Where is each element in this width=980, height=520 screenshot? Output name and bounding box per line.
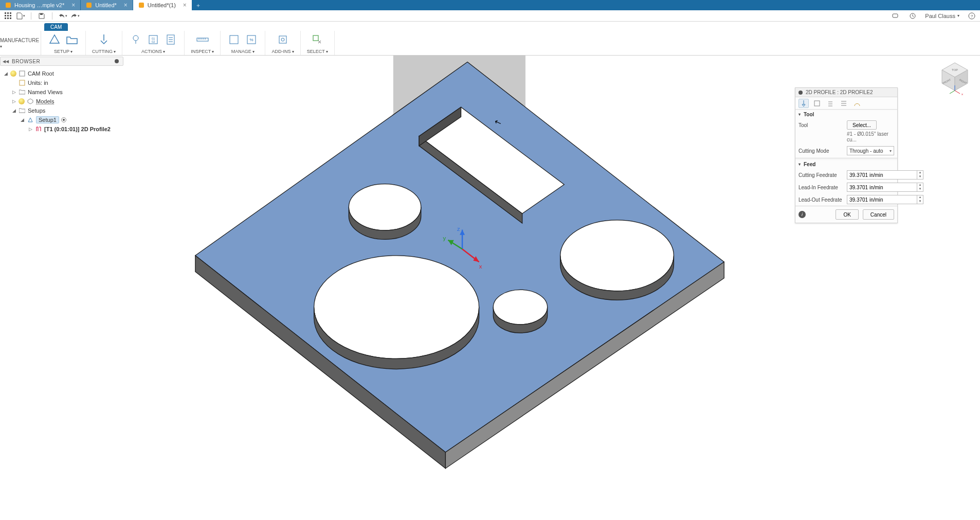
spinner[interactable]: ▲▼	[917, 183, 923, 192]
hole-large[interactable]	[314, 256, 479, 369]
tab-tool-icon[interactable]	[798, 99, 809, 108]
tool-library-icon[interactable]	[227, 33, 241, 46]
file-menu-icon[interactable]: ▾	[15, 11, 26, 21]
cutting-feedrate-input[interactable]	[847, 170, 917, 180]
section-tool-header[interactable]: Tool	[795, 110, 897, 119]
ok-button[interactable]: OK	[836, 209, 858, 220]
ribbon-label[interactable]: ACTIONS	[141, 49, 165, 54]
close-icon[interactable]: ×	[124, 2, 128, 9]
tab-passes-icon[interactable]	[839, 99, 849, 108]
tree-item-units[interactable]: Units: in	[28, 80, 48, 86]
ribbon-label[interactable]: INSPECT	[191, 49, 214, 54]
ribbon-group-cutting: CUTTING	[86, 31, 122, 55]
workspace-tab-cam[interactable]: CAM	[44, 23, 68, 31]
leadout-feedrate-input[interactable]	[847, 195, 917, 204]
redo-icon[interactable]: ▾	[70, 11, 80, 21]
undo-icon[interactable]: ▾	[58, 11, 68, 21]
task-manager-icon[interactable]: %	[244, 33, 259, 46]
dialog-footer: i OK Cancel	[795, 206, 897, 223]
browser-tree: ◢ CAM Root Units: in ▷ Named Views ▷ Mod…	[0, 66, 123, 137]
ribbon-label[interactable]: SETUP	[54, 49, 72, 54]
tree-twisty[interactable]: ▷	[28, 127, 33, 132]
tree-twisty[interactable]: ▷	[11, 99, 16, 104]
tool-description: #1 - Ø0.015" laser cu...	[795, 131, 897, 145]
hole-right[interactable]	[560, 220, 674, 300]
measure-icon[interactable]	[195, 33, 210, 46]
svg-rect-33	[279, 36, 286, 43]
save-icon[interactable]	[37, 11, 47, 21]
component-icon	[19, 70, 26, 77]
collapse-icon[interactable]: ◀◀	[3, 59, 9, 64]
close-icon[interactable]: ×	[183, 2, 187, 9]
help-icon[interactable]: ?	[967, 11, 977, 21]
info-icon[interactable]: i	[798, 211, 806, 218]
select-icon[interactable]	[310, 33, 324, 46]
tree-item-setups[interactable]: Setups	[28, 107, 45, 114]
tree-twisty[interactable]: ▷	[11, 89, 16, 95]
cutting-icon[interactable]	[97, 33, 111, 46]
folder-icon[interactable]	[65, 33, 79, 46]
svg-rect-25	[197, 38, 208, 41]
ribbon-label[interactable]: ADD-INS	[271, 49, 294, 54]
tab-linking-icon[interactable]	[852, 99, 862, 108]
svg-text:?: ?	[971, 14, 973, 19]
document-tab[interactable]: Untitled* ×	[81, 0, 133, 10]
add-tab-button[interactable]: ＋	[192, 0, 205, 10]
cutting-mode-dropdown[interactable]: Through - auto	[847, 146, 894, 155]
ribbon-label[interactable]: MANAGE	[231, 49, 255, 54]
svg-rect-11	[10, 17, 11, 19]
user-menu[interactable]: Paul Clauss ▾	[925, 13, 959, 19]
tree-item-root[interactable]: CAM Root	[28, 70, 54, 77]
spinner[interactable]: ▲▼	[917, 170, 923, 180]
tree-twisty[interactable]: ◢	[20, 117, 25, 122]
generate-icon[interactable]	[129, 33, 143, 46]
tab-heights-icon[interactable]	[825, 99, 836, 108]
viewcube[interactable]: TOP FRONT RIGHT x	[937, 60, 973, 96]
nc-code-icon[interactable]: G1G2	[146, 33, 160, 46]
select-tool-button[interactable]: Select...	[847, 120, 877, 130]
active-setup-icon[interactable]	[61, 117, 66, 122]
divider	[795, 158, 897, 158]
new-setup-icon[interactable]	[47, 33, 62, 46]
tree-twisty[interactable]: ◢	[3, 71, 8, 76]
pin-icon[interactable]	[115, 59, 119, 63]
job-status-icon[interactable]	[908, 11, 918, 21]
leadin-feedrate-input[interactable]	[847, 183, 917, 192]
hole-top-left[interactable]	[349, 184, 421, 240]
tree-twisty[interactable]: ◢	[11, 108, 16, 113]
quick-access-toolbar: ▾ ▾ ▾ Paul Clauss ▾ ?	[0, 10, 980, 22]
visibility-bulb-icon[interactable]	[10, 70, 16, 77]
ribbon-group-actions: G1G2 ACTIONS	[122, 31, 185, 55]
workspace-selector-label: MANUFACTURE	[0, 38, 41, 49]
visibility-bulb-icon[interactable]	[19, 98, 25, 104]
tree-item-named-views[interactable]: Named Views	[28, 89, 63, 95]
tree-item-setup1[interactable]: Setup1	[36, 116, 59, 123]
svg-rect-12	[40, 13, 43, 15]
chevron-down-icon: ▾	[957, 13, 959, 18]
ribbon-label[interactable]: CUTTING	[92, 49, 116, 54]
svg-rect-7	[7, 15, 9, 16]
addins-icon[interactable]	[276, 33, 290, 46]
document-tab-active[interactable]: Untitled*(1) ×	[133, 0, 192, 10]
spinner[interactable]: ▲▼	[917, 195, 923, 204]
browser-header[interactable]: ◀◀ BROWSER	[0, 57, 123, 66]
svg-rect-67	[814, 101, 820, 106]
setup-sheet-icon[interactable]	[164, 33, 178, 46]
tab-geometry-icon[interactable]	[812, 99, 822, 108]
cancel-button[interactable]: Cancel	[863, 209, 894, 220]
svg-text:G2: G2	[152, 40, 155, 43]
tree-item-models[interactable]: Models	[36, 98, 54, 104]
section-feed-header[interactable]: Feed	[795, 159, 897, 169]
document-tab[interactable]: Housing …mple v2* ×	[0, 0, 81, 10]
svg-rect-13	[893, 14, 898, 17]
ribbon-label[interactable]: SELECT	[307, 49, 328, 54]
svg-rect-8	[10, 15, 11, 16]
browser-title: BROWSER	[12, 59, 115, 64]
notification-icon[interactable]	[890, 11, 900, 21]
hole-small[interactable]	[493, 290, 547, 333]
app-menu-icon[interactable]	[3, 11, 13, 21]
close-icon[interactable]: ×	[71, 2, 75, 9]
workspace-selector[interactable]: MANUFACTURE	[0, 31, 41, 55]
dialog-header[interactable]: 2D PROFILE : 2D PROFILE2	[795, 88, 897, 97]
tree-item-operation[interactable]: [T1 (0:01:01)] 2D Profile2	[44, 126, 111, 132]
